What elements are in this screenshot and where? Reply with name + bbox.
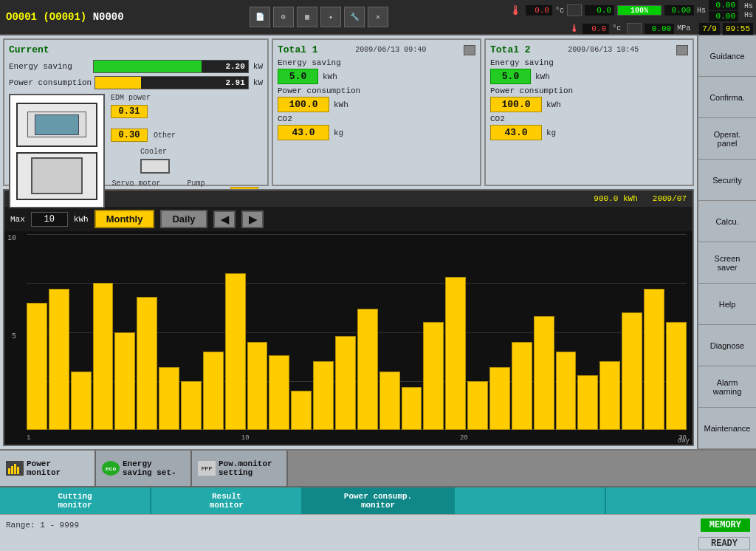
total2-co2-value-box: 43.0 kg [490,125,688,140]
top-panels: Current Energy saving 2.20 kW Power cons… [3,38,694,186]
total2-power-unit: kWh [546,100,561,109]
sidebar-btn-help[interactable]: Help [698,284,756,325]
graph-kwh: 900.0 kWh [594,194,637,203]
bar-21 [467,381,488,430]
bar-4 [93,283,114,430]
bar-11 [247,342,268,430]
page-icon[interactable]: 📄 [250,7,270,27]
nav-empty2 [606,487,756,514]
svg-rect-3 [17,467,19,474]
ppp-tab-icon: PPP [198,461,216,476]
temp2-value: 0.0 [583,24,609,34]
cross-icon[interactable]: ✕ [368,7,388,27]
main-area: Current Energy saving 2.20 kW Power cons… [0,35,756,449]
total1-es-value-box: 5.0 kWh [278,69,475,84]
cooler-label: Cooler [140,148,167,156]
total2-power-row: Power consumption 100.0 kWh [490,86,688,112]
tab-energy-saving-label: Energysaving set- [123,459,176,477]
tab-power-monitor[interactable]: Powermonitor [0,451,96,486]
prev-button[interactable]: ◀ [213,211,236,228]
total1-icon [464,45,475,55]
nav-result-monitor[interactable]: Resultmonitor [151,487,303,514]
bottom-tabs: Powermonitor eco Energysaving set- PPP P… [0,451,756,487]
total2-es-value-box: 5.0 kWh [490,69,688,84]
sidebar-btn-maintenance[interactable]: Maintenance [698,408,756,449]
total2-energy-saving-row: Energy saving 5.0 kWh [490,58,688,84]
y-axis: 10 5 [7,234,18,430]
current-panel: Current Energy saving 2.20 kW Power cons… [3,38,269,186]
machine-screen [27,112,86,137]
sidebar-btn-screensaver[interactable]: Screensaver [698,242,756,284]
total1-es-value: 5.0 [278,69,318,84]
nav-power-consump[interactable]: Power consump.monitor [303,487,454,514]
day-label: day [678,437,690,445]
bar-16 [357,309,378,430]
max-input[interactable]: 10 [31,212,68,227]
total1-co2-value-box: 43.0 kg [278,125,475,140]
val5-display: 0.00 [645,24,674,34]
total1-panel: Total 1 2009/06/13 09:40 Energy saving 5… [272,38,481,186]
bar-25 [556,352,577,430]
sidebar-btn-alarm[interactable]: Alarmwarning [698,366,756,408]
nav-empty1 [455,487,606,514]
edm-power-label: EDM power [111,94,263,102]
bar-18 [402,387,422,430]
sidebar-btn-security[interactable]: Security [698,160,756,201]
svg-rect-1 [11,466,13,474]
other-value: 0.30 [111,129,148,142]
bar-15 [335,336,356,430]
time-display: 7/9 [699,23,720,35]
tab-energy-saving[interactable]: eco Energysaving set- [96,451,192,486]
total1-power-value-box: 100.0 kWh [278,97,475,112]
power-consumption-row: Power consumption 2.91 kW [9,76,263,89]
machine-top-box [16,103,97,147]
tab-pow-monitor-setting[interactable]: PPP Pow.monitorsetting [192,451,288,486]
move-icon[interactable]: ✦ [320,7,341,27]
total1-power-unit: kWh [334,100,348,109]
bar-12 [269,355,289,430]
kwh-unit: kWh [74,215,89,224]
temp1-value: 0.0 [526,5,552,16]
bar-5 [114,332,135,431]
cooler-icon [140,159,170,174]
total2-co2-unit: kg [546,129,556,137]
daily-button[interactable]: Daily [160,210,207,228]
bar-30 [666,322,687,430]
sidebar-btn-guidance[interactable]: Guidance [698,35,756,77]
grid-icon[interactable]: ▦ [297,7,317,27]
power-consumption-fill [95,77,141,89]
edm-power-value: 0.31 [111,105,148,118]
content-area: Current Energy saving 2.20 kW Power cons… [0,35,697,449]
tab-power-monitor-label: Powermonitor [27,459,61,477]
range-text: Range: 1 - 9999 [6,521,79,530]
memory-badge: MEMORY [701,519,750,532]
power-consumption-value: 2.91 [225,78,244,87]
other-label: Other [154,131,176,140]
energy-saving-value: 2.20 [225,62,244,71]
bar-1 [27,303,47,430]
svg-rect-2 [14,464,16,474]
gear-icon[interactable]: ⚙ [273,7,294,27]
max-label: Max [10,215,25,224]
next-button[interactable]: ▶ [241,211,264,228]
sidebar-btn-diagnose[interactable]: Diagnose [698,325,756,366]
val3-display: 0.00 [709,0,738,10]
tool-icon[interactable]: 🔧 [344,7,365,27]
pump-label: Pump [187,179,205,188]
bar-3 [71,372,92,431]
sidebar-btn-confirma[interactable]: Confirma. [698,77,756,118]
energy-saving-unit: kW [253,62,263,71]
total1-es-unit: kWh [323,72,337,81]
total2-co2-value: 43.0 [490,125,542,140]
machine-bottom-box [16,152,97,200]
percent-text: 100% [618,6,661,15]
status-displays: 🌡 0.0 °c 0.0 100% 0.00 Hs 0.00 0.00 Hs H… [502,0,753,35]
time2-display: 09:55 [723,23,753,35]
bars-container [27,234,687,430]
power-consumption-bar: 2.91 [94,76,249,89]
monthly-button[interactable]: Monthly [94,210,155,228]
sidebar-btn-operat[interactable]: Operat.panel [698,118,756,160]
val1-display: 0.0 [585,5,614,16]
sidebar-btn-calcu[interactable]: Calcu. [698,201,756,242]
nav-cutting-monitor[interactable]: Cuttingmonitor [0,487,151,514]
